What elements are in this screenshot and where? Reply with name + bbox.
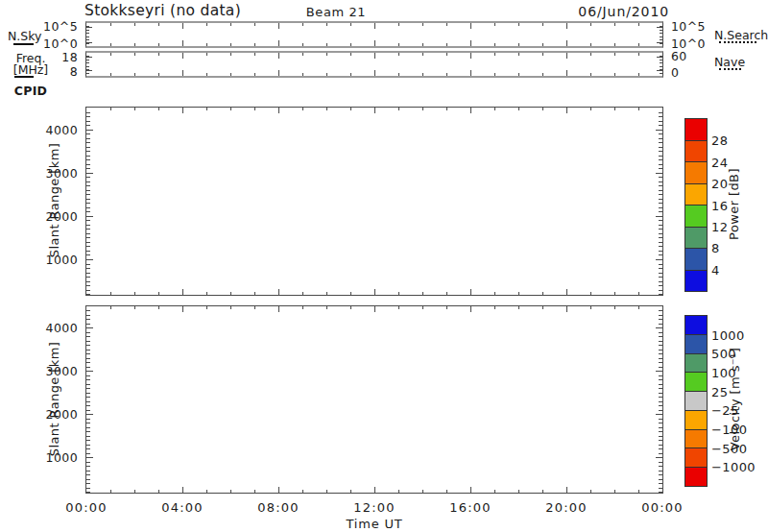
tick-mark [374,108,375,113]
tick-mark [302,73,303,76]
tick-mark [659,436,662,437]
tick-mark [542,490,543,493]
tick-mark [659,440,662,441]
nave-tick-label-bottom: 0 [671,65,679,80]
tick-mark [659,419,662,420]
tick-mark [134,292,135,295]
tick-mark [110,43,111,46]
tick-mark [326,490,327,493]
tick-mark [86,112,90,113]
tick-mark [254,292,255,295]
nsky-tick-label-bottom: 10^0 [0,36,78,51]
tick-mark [659,483,662,484]
colorbar-tick-label: 28 [711,133,728,148]
tick-mark [278,53,279,59]
tick-mark [86,194,90,195]
tick-mark [110,23,111,26]
time-tick-label: 08:00 [257,500,299,515]
tick-mark [542,23,543,26]
tick-mark [542,292,543,295]
colorbar-tick-label: 4 [711,263,720,278]
tick-mark [659,401,662,402]
tick-mark [86,185,90,186]
tick-mark [86,207,90,208]
tick-mark [86,237,90,238]
tick-mark [278,487,279,493]
tick-mark [659,142,662,143]
tick-mark [86,211,90,212]
tick-mark [446,53,447,56]
nave-linestyle-sample [719,68,741,70]
tick-mark [86,466,90,467]
tick-mark [494,43,495,46]
tick-mark [86,483,90,484]
tick-mark [86,264,90,265]
freq-panel [85,51,663,78]
tick-mark [638,53,639,56]
tick-mark [86,242,90,243]
tick-mark [182,487,183,493]
tick-mark [86,405,90,406]
tick-mark [254,490,255,493]
tick-mark [659,177,662,178]
tick-mark [446,292,447,295]
tick-mark [659,264,662,265]
time-tick-label: 20:00 [545,500,587,515]
tick-mark [134,306,135,309]
tick-mark [422,23,423,26]
tick-mark [659,273,662,274]
tick-mark [350,73,351,76]
tick-mark [86,173,93,174]
tick-mark [656,130,662,131]
tick-mark [86,60,89,60]
tick-mark [86,362,90,363]
tick-mark [230,43,231,46]
tick-mark [86,281,90,282]
tick-mark [657,57,662,58]
tick-mark [86,345,90,346]
tick-mark [86,462,90,463]
tick-mark [278,40,279,46]
tick-mark [659,431,662,432]
tick-mark [422,490,423,493]
tick-mark [398,23,399,26]
tick-mark [182,108,183,113]
tick-mark [494,73,495,76]
tick-mark [86,36,89,37]
tick-mark [134,43,135,46]
tick-mark [659,251,662,252]
tick-mark [230,490,231,493]
tick-mark [659,194,662,195]
tick-mark [86,216,93,217]
time-axis-label: Time UT [346,517,402,531]
tick-mark [206,306,207,309]
tick-mark [86,121,90,122]
tick-mark [659,397,662,398]
tick-mark [518,292,519,295]
tick-mark [590,73,591,76]
tick-mark [659,156,662,157]
tick-mark [614,490,615,493]
tick-mark [86,384,90,385]
tick-mark [134,490,135,493]
tick-mark [350,108,351,110]
tick-mark [134,53,135,56]
tick-mark [422,43,423,46]
tick-mark [86,427,90,428]
tick-mark [659,427,662,428]
tick-mark [86,332,90,333]
nsearch-axis-label: N.Search [714,28,768,42]
tick-mark [659,310,662,311]
colorbar-segment [685,184,707,206]
tick-mark [326,53,327,56]
tick-mark [206,23,207,26]
tick-mark [518,23,519,26]
tick-mark [86,310,90,311]
tick-mark [470,108,471,113]
tick-mark [614,73,615,76]
tick-mark [86,488,90,489]
colorbar-segment [685,162,707,184]
tick-mark [590,490,591,493]
tick-mark [134,108,135,110]
tick-mark [302,108,303,110]
